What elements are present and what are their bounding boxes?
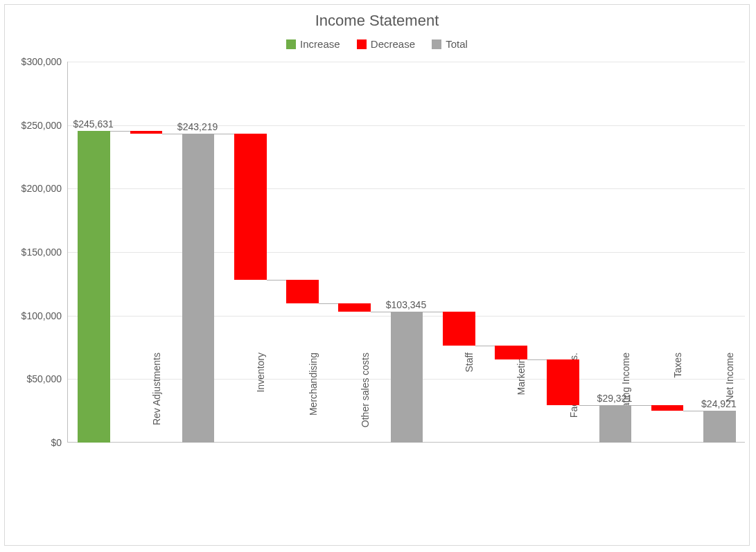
y-tick-label: $100,000 (6, 310, 62, 321)
bar-net-revenue (182, 134, 215, 443)
connector (423, 312, 443, 312)
x-tick-label: Taxes (672, 353, 683, 449)
legend-item-decrease: Decrease (357, 38, 415, 50)
bar-staff (443, 312, 475, 346)
connector (475, 346, 495, 346)
legend-swatch-increase (286, 39, 296, 49)
data-label: $103,345 (386, 299, 426, 310)
x-tick-label: Marketing (516, 353, 527, 449)
legend-item-total: Total (432, 38, 468, 50)
legend-swatch-decrease (357, 39, 367, 49)
y-tick-label: $200,000 (6, 183, 62, 194)
legend-label: Increase (300, 38, 340, 50)
x-tick-label: Rev Adjustments (151, 353, 162, 449)
chart-frame: Income Statement Increase Decrease Total… (4, 4, 750, 546)
bar-inventory (234, 134, 267, 280)
connector (267, 280, 287, 281)
bar-gross-revenue (78, 131, 110, 443)
plot-area (67, 62, 745, 443)
bar-other-sales-costs (338, 303, 371, 311)
data-label: $29,321 (597, 393, 633, 404)
connector (319, 303, 339, 304)
legend-label: Total (446, 38, 468, 50)
legend-label: Decrease (371, 38, 415, 50)
connector (579, 405, 599, 406)
x-tick-label: Inventory (255, 353, 266, 449)
gridline (68, 188, 745, 189)
bar-gross-income (391, 312, 423, 443)
connector (162, 134, 182, 134)
connector (110, 131, 130, 132)
data-label: $243,219 (177, 121, 218, 132)
bar-marketing (495, 346, 527, 360)
bar-merchandising (286, 280, 319, 303)
connector (371, 312, 391, 312)
bar-rev-adjustments (130, 131, 163, 134)
data-label: $245,631 (73, 118, 113, 130)
y-tick-label: $0 (6, 437, 62, 448)
data-label: $24,921 (701, 398, 737, 409)
chart-title: Income Statement (5, 12, 749, 30)
connector (683, 411, 703, 411)
bar-net-income (703, 411, 736, 443)
connector (214, 134, 234, 134)
x-tick-label: Staff (464, 353, 475, 449)
gridline (68, 252, 745, 253)
y-tick-label: $50,000 (6, 373, 62, 384)
bar-operating-income (599, 405, 632, 443)
gridline (68, 62, 745, 62)
connector (527, 359, 547, 360)
y-tick-label: $300,000 (6, 56, 62, 67)
x-tick-label: Merchandising (308, 353, 319, 449)
bar-taxes (651, 405, 684, 411)
x-tick-label: Other sales costs (360, 353, 371, 449)
connector (631, 405, 651, 406)
legend-swatch-total (432, 39, 441, 49)
y-tick-label: $150,000 (6, 247, 62, 258)
gridline (68, 125, 745, 126)
legend: Increase Decrease Total (5, 38, 749, 50)
legend-item-increase: Increase (286, 38, 340, 50)
y-tick-label: $250,000 (6, 120, 62, 131)
bar-facilities-ins- (547, 359, 579, 405)
